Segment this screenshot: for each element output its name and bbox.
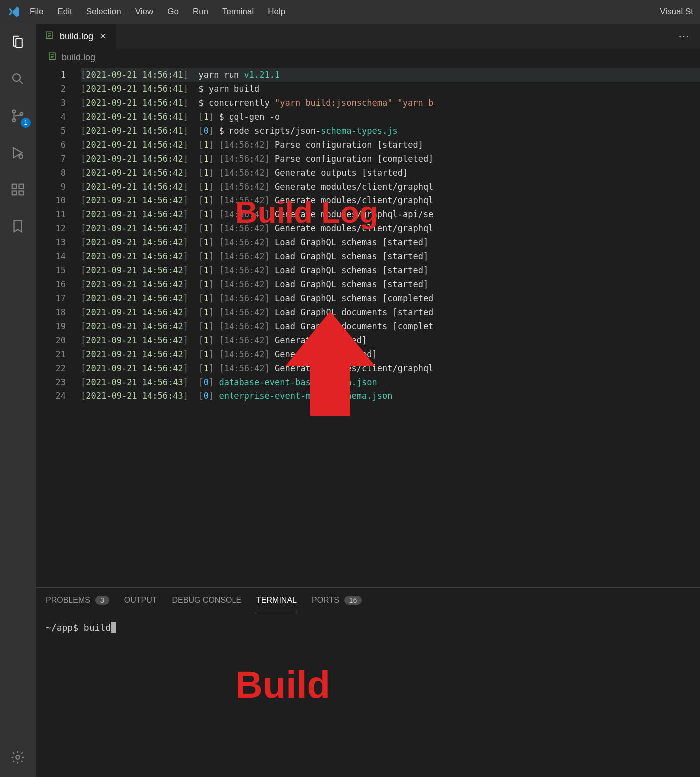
file-log-icon	[48, 52, 57, 63]
log-line: [2021-09-21 14:56:42] [1] [14:56:42] Loa…	[81, 291, 700, 305]
terminal-body[interactable]: ~/app$ build Build	[36, 613, 700, 777]
close-icon[interactable]: ✕	[99, 31, 107, 42]
menu-run[interactable]: Run	[186, 7, 215, 17]
svg-point-1	[13, 110, 16, 113]
tab-build-log[interactable]: build.log ✕	[36, 24, 116, 49]
log-line: [2021-09-21 14:56:42] [1] [14:56:42] Loa…	[81, 277, 700, 291]
file-log-icon	[45, 31, 54, 42]
log-line: [2021-09-21 14:56:42] [1] [14:56:42] Par…	[81, 152, 700, 166]
editor-tabs: build.log ✕ ⋯	[36, 24, 700, 49]
annotation-build-label: Build	[235, 663, 700, 706]
menu-edit[interactable]: Edit	[50, 7, 79, 17]
log-line: [2021-09-21 14:56:42] [1] [14:56:42] Loa…	[81, 263, 700, 277]
menu-terminal[interactable]: Terminal	[215, 7, 261, 17]
panel-tab-debug-console[interactable]: DEBUG CONSOLE	[172, 588, 242, 613]
tab-label: build.log	[60, 31, 93, 42]
log-line: [2021-09-21 14:56:42] [1] [14:56:42] Gen…	[81, 221, 700, 235]
log-line: [2021-09-21 14:56:42] [1] [14:56:42] Gen…	[81, 194, 700, 207]
explorer-icon[interactable]	[8, 32, 28, 52]
log-line: [2021-09-21 14:56:42] [1] [14:56:42] Gen…	[81, 361, 700, 375]
breadcrumb-filename: build.log	[62, 52, 95, 63]
run-debug-icon[interactable]	[8, 143, 28, 163]
ports-badge: 16	[344, 596, 362, 605]
svg-point-9	[16, 755, 20, 759]
menu-selection[interactable]: Selection	[79, 7, 128, 17]
log-line: [2021-09-21 14:56:42] [1] [14:56:42] Loa…	[81, 319, 700, 333]
log-line: [2021-09-21 14:56:43] [0] enterprise-eve…	[81, 389, 700, 403]
log-line: [2021-09-21 14:56:42] [1] [14:56:42] Par…	[81, 138, 700, 152]
menu-help[interactable]: Help	[261, 7, 292, 17]
terminal-prompt: ~/app$	[46, 622, 84, 633]
panel-tabs: PROBLEMS 3 OUTPUT DEBUG CONSOLE TERMINAL…	[36, 588, 700, 613]
search-icon[interactable]	[8, 69, 28, 89]
log-line: [2021-09-21 14:56:42] [1] [14:56:42] Gen…	[81, 166, 700, 180]
panel-tab-output[interactable]: OUTPUT	[124, 588, 157, 613]
source-control-badge: 1	[21, 118, 31, 128]
svg-point-2	[13, 119, 16, 122]
bookmark-icon[interactable]	[8, 216, 28, 236]
panel-tab-problems[interactable]: PROBLEMS 3	[46, 588, 109, 613]
log-line: [2021-09-21 14:56:42] [1] [14:56:42] Loa…	[81, 249, 700, 263]
svg-point-4	[19, 155, 23, 159]
svg-rect-6	[12, 191, 17, 195]
log-line: [2021-09-21 14:56:42] [1] [14:56:42] Gen…	[81, 180, 700, 194]
window-title: Visual St	[660, 7, 695, 17]
log-line: [2021-09-21 14:56:42] [1] [14:56:42] Loa…	[81, 235, 700, 249]
menu-go[interactable]: Go	[160, 7, 186, 17]
log-line: [2021-09-21 14:56:41] $ yarn build	[81, 82, 700, 96]
menu-bar: FileEditSelectionViewGoRunTerminalHelp V…	[0, 0, 700, 24]
log-line: [2021-09-21 14:56:42] [1] [14:56:42] Gen…	[81, 333, 700, 347]
svg-rect-8	[19, 184, 24, 189]
extensions-icon[interactable]	[8, 180, 28, 199]
code-content[interactable]: [2021-09-21 14:56:41] yarn run v1.21.1[2…	[81, 67, 700, 587]
log-line: [2021-09-21 14:56:41] [1] $ gql-gen -o	[81, 110, 700, 124]
terminal-cursor	[111, 622, 116, 633]
menu-view[interactable]: View	[128, 7, 161, 17]
source-control-icon[interactable]: 1	[8, 106, 28, 126]
svg-rect-5	[12, 184, 17, 189]
terminal-command: build	[84, 622, 111, 633]
problems-badge: 3	[95, 596, 109, 605]
editor-more-icon[interactable]: ⋯	[667, 24, 700, 49]
log-line: [2021-09-21 14:56:41] yarn run v1.21.1	[81, 68, 700, 82]
svg-rect-7	[19, 191, 24, 195]
bottom-panel: PROBLEMS 3 OUTPUT DEBUG CONSOLE TERMINAL…	[36, 587, 700, 777]
log-line: [2021-09-21 14:56:41] $ concurrently "ya…	[81, 96, 700, 110]
breadcrumb[interactable]: build.log	[36, 49, 700, 67]
log-line: [2021-09-21 14:56:42] [1] [14:56:42] Gen…	[81, 347, 700, 361]
line-number-gutter: 123456789101112131415161718192021222324	[36, 67, 81, 587]
log-line: [2021-09-21 14:56:42] [1] [14:56:42] Loa…	[81, 305, 700, 319]
vscode-logo-icon	[5, 5, 23, 18]
manage-gear-icon[interactable]	[8, 747, 28, 767]
activity-bar: 1	[0, 24, 36, 777]
panel-tab-terminal[interactable]: TERMINAL	[256, 588, 297, 613]
panel-tab-ports[interactable]: PORTS 16	[312, 588, 362, 613]
svg-point-0	[13, 74, 20, 81]
editor-area[interactable]: 123456789101112131415161718192021222324 …	[36, 67, 700, 587]
log-line: [2021-09-21 14:56:41] [0] $ node scripts…	[81, 124, 700, 138]
menu-file[interactable]: File	[23, 7, 50, 17]
log-line: [2021-09-21 14:56:42] [1] [14:56:42] Gen…	[81, 207, 700, 221]
log-line: [2021-09-21 14:56:43] [0] database-event…	[81, 375, 700, 389]
